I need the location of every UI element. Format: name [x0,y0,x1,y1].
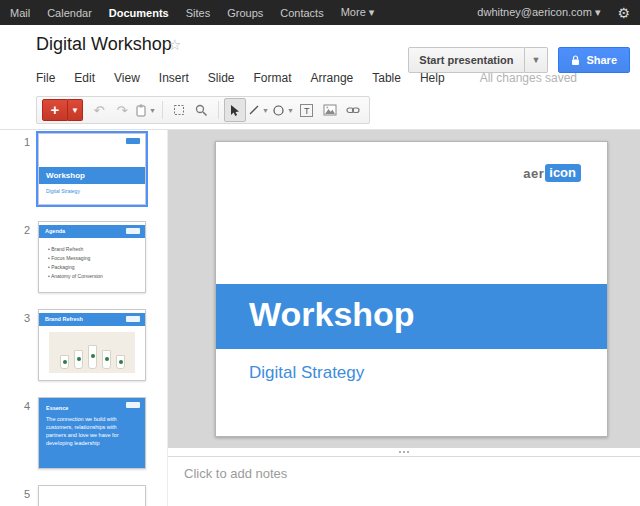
menu-help[interactable]: Help [420,71,445,85]
shape-tool-button[interactable]: ▼ [271,98,295,122]
clipboard-icon [135,104,147,117]
google-bar: Mail Calendar Documents Sites Groups Con… [0,0,640,25]
thumb-title: Essence [46,405,68,411]
star-icon[interactable]: ☆ [168,36,181,54]
slide-number: 2 [12,224,30,236]
aericon-logo-mini [126,228,140,234]
nav-documents[interactable]: Documents [109,7,169,19]
thumb-title: Workshop [39,167,145,184]
slide-thumbnail-2[interactable]: Agenda Brand Refresh Focus Messaging Pac… [38,221,146,293]
shape-circle-icon [272,104,285,117]
zoom-fit-icon [173,104,185,116]
slide-number: 1 [12,136,30,148]
menu-bar: File Edit View Insert Slide Format Arran… [36,69,577,87]
slide-number: 4 [12,400,30,412]
select-tool-button[interactable] [224,98,246,122]
aericon-logo-mini [126,316,140,322]
insert-link-button[interactable] [342,98,364,122]
slide-thumbnail-3[interactable]: Brand Refresh [38,309,146,381]
chevron-down-icon: ▼ [262,107,269,114]
gear-icon[interactable]: ⚙ [617,6,630,20]
slide-title[interactable]: Workshop [216,284,607,334]
thumb-header-band: Agenda [39,225,145,238]
thumb-body-text: The connection we build with customers, … [46,415,138,447]
menu-file[interactable]: File [36,71,55,85]
menu-edit[interactable]: Edit [74,71,95,85]
nav-calendar[interactable]: Calendar [47,7,92,19]
bullet-item: Brand Refresh [48,245,103,254]
menu-insert[interactable]: Insert [159,71,189,85]
slide-canvas: aer icon Workshop Digital Strategy [168,130,640,448]
magnifier-icon [195,104,208,117]
slide-number: 3 [12,312,30,324]
nav-sites[interactable]: Sites [186,7,210,19]
nav-more[interactable]: More ▾ [341,6,375,19]
new-slide-button[interactable]: + ▼ [42,99,83,121]
toolbar-row: + ▼ ↶ ↷ ▼ [0,92,640,130]
link-icon [346,104,360,116]
image-icon [323,104,337,116]
nav-mail[interactable]: Mail [10,7,30,19]
nav-contacts[interactable]: Contacts [280,7,323,19]
toolbar-separator [162,101,163,119]
slide-thumbnail-4[interactable]: Essence The connection we build with cus… [38,397,146,469]
notes-resize-handle[interactable] [168,448,640,457]
menu-arrange[interactable]: Arrange [311,71,354,85]
chevron-down-icon: ▼ [149,107,156,114]
bullet-item: Packaging [48,263,103,272]
logo-suffix: icon [545,164,581,182]
menu-format[interactable]: Format [254,71,292,85]
chevron-down-icon: ▼ [287,107,294,114]
bullet-item: Focus Messaging [48,254,103,263]
thumb-subtitle: Digital Strategy [46,188,80,194]
plus-icon[interactable]: + [42,99,68,121]
thumb-bullet-list: Brand Refresh Focus Messaging Packaging … [48,245,103,281]
slide-editor[interactable]: aer icon Workshop Digital Strategy [215,141,608,437]
insert-image-button[interactable] [319,98,341,122]
slide-subtitle[interactable]: Digital Strategy [249,363,364,383]
aericon-logo-mini [126,138,140,144]
cup-image [102,350,111,369]
app-window: Mail Calendar Documents Sites Groups Con… [0,0,640,506]
menu-view[interactable]: View [114,71,140,85]
slide-thumbnail-1[interactable]: Workshop Digital Strategy [38,133,146,205]
bullet-item: Anatomy of Conversion [48,272,103,281]
slide-number: 5 [12,488,30,500]
logo-prefix: aer [523,166,544,181]
menu-slide[interactable]: Slide [208,71,235,85]
lock-icon [571,55,580,66]
undo-button[interactable]: ↶ [88,98,110,122]
cup-image [60,355,69,369]
toolbar-separator [218,101,219,119]
zoom-fit-button[interactable] [168,98,190,122]
share-label: Share [586,54,617,66]
cursor-arrow-icon [229,104,240,117]
cups-photo [49,332,135,373]
slide-thumbnail-5[interactable] [38,485,146,506]
text-box-button[interactable]: T [296,98,318,122]
nav-groups[interactable]: Groups [227,7,263,19]
menu-table[interactable]: Table [372,71,401,85]
redo-button[interactable]: ↷ [111,98,133,122]
cup-image [116,355,125,369]
slide-title-band[interactable]: Workshop [216,284,607,349]
save-status: All changes saved [480,71,577,85]
notes-panel: Click to add notes [168,448,640,506]
text-box-icon: T [300,104,313,117]
zoom-button[interactable] [191,98,213,122]
cup-image [74,350,83,369]
line-icon [248,104,260,116]
web-clipboard-button[interactable]: ▼ [134,98,157,122]
account-menu[interactable]: dwhitney@aericon.com ▾ [477,6,600,19]
notes-input[interactable]: Click to add notes [184,466,640,481]
cup-image [88,345,97,369]
new-slide-chevron-icon[interactable]: ▼ [68,99,83,121]
aericon-logo-mini [126,402,140,408]
thumb-header-band: Brand Refresh [39,313,145,326]
aericon-logo: aer icon [523,164,581,182]
toolbar: + ▼ ↶ ↷ ▼ [36,96,370,124]
page-title: Digital Workshop [36,34,172,55]
thumb-title-band: Workshop [39,167,145,184]
line-tool-button[interactable]: ▼ [247,98,270,122]
